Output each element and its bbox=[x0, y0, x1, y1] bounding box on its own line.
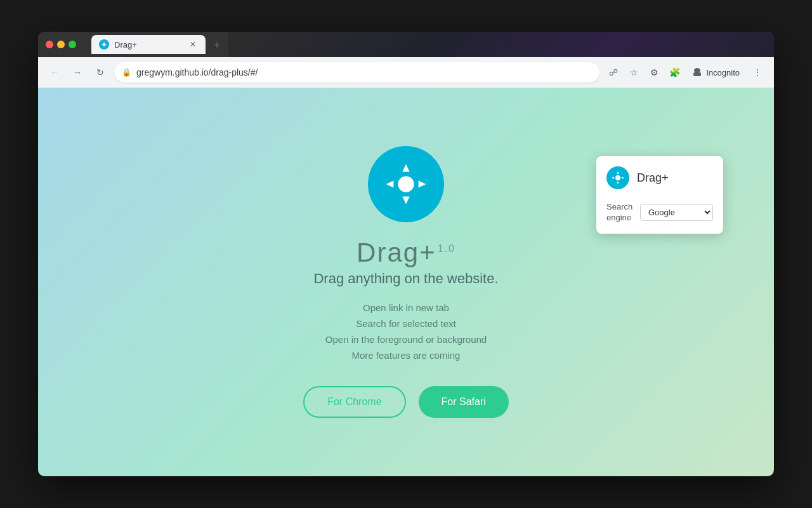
traffic-lights bbox=[46, 41, 76, 48]
bookmark-button[interactable]: ☆ bbox=[625, 64, 643, 81]
svg-marker-13 bbox=[617, 171, 619, 174]
buttons-row: For Chrome For Safari bbox=[303, 386, 509, 418]
menu-button[interactable]: ⋮ bbox=[749, 64, 766, 81]
svg-marker-2 bbox=[103, 46, 105, 48]
safari-button[interactable]: For Safari bbox=[419, 386, 509, 418]
url-text: gregwym.github.io/drag-plus/#/ bbox=[136, 67, 258, 77]
browser-window: Drag+ ✕ + ← → ↻ 🔒 gregwym.github.io/drag… bbox=[38, 32, 774, 476]
active-tab[interactable]: Drag+ ✕ bbox=[91, 35, 206, 54]
new-tab-button[interactable]: + bbox=[208, 36, 226, 54]
page-center: Drag+1.0 Drag anything on the website. O… bbox=[303, 146, 509, 418]
feature-4: More features are coming bbox=[352, 350, 461, 361]
svg-point-12 bbox=[615, 175, 620, 180]
svg-point-7 bbox=[398, 176, 414, 192]
svg-marker-16 bbox=[622, 177, 624, 179]
app-version: 1.0 bbox=[438, 243, 455, 254]
feature-3: Open in the foreground or background bbox=[325, 334, 487, 345]
svg-point-0 bbox=[103, 43, 105, 46]
app-icon bbox=[368, 146, 444, 222]
back-button[interactable]: ← bbox=[46, 64, 63, 81]
svg-marker-1 bbox=[103, 42, 105, 44]
svg-point-5 bbox=[694, 68, 700, 73]
svg-marker-8 bbox=[402, 164, 409, 172]
maximize-button[interactable] bbox=[69, 41, 76, 48]
extensions-button[interactable]: ⚙ bbox=[645, 64, 663, 81]
url-bar[interactable]: 🔒 gregwym.github.io/drag-plus/#/ bbox=[114, 62, 599, 83]
popup-setting: Search engine Google Bing DuckDuckGo bbox=[606, 202, 713, 224]
features-list: Open link in new tab Search for selected… bbox=[325, 302, 487, 361]
svg-marker-9 bbox=[402, 197, 409, 204]
svg-marker-4 bbox=[105, 44, 107, 45]
tagline: Drag anything on the website. bbox=[313, 271, 498, 287]
svg-marker-11 bbox=[419, 180, 426, 187]
tab-title: Drag+ bbox=[114, 40, 183, 50]
tab-favicon-icon bbox=[99, 39, 109, 50]
popup-icon bbox=[606, 166, 629, 189]
incognito-label: Incognito bbox=[706, 68, 740, 77]
close-button[interactable] bbox=[46, 41, 53, 48]
search-engine-label: Search engine bbox=[606, 202, 635, 224]
address-bar: ← → ↻ 🔒 gregwym.github.io/drag-plus/#/ ☍… bbox=[38, 57, 774, 88]
title-bar: Drag+ ✕ + bbox=[38, 32, 774, 57]
svg-marker-3 bbox=[102, 44, 103, 45]
page-content: Drag+1.0 Drag anything on the website. O… bbox=[38, 88, 774, 476]
puzzle-icon[interactable]: 🧩 bbox=[665, 64, 683, 81]
minimize-button[interactable] bbox=[57, 41, 65, 48]
reader-mode-button[interactable]: ☍ bbox=[605, 64, 622, 81]
tab-close-button[interactable]: ✕ bbox=[188, 39, 198, 50]
incognito-badge[interactable]: Incognito bbox=[686, 65, 746, 80]
svg-marker-10 bbox=[386, 180, 393, 187]
extension-popup: Drag+ Search engine Google Bing DuckDuck… bbox=[596, 156, 723, 234]
toolbar-right: ☍ ☆ ⚙ 🧩 Incognito ⋮ bbox=[605, 64, 766, 81]
lock-icon: 🔒 bbox=[122, 68, 131, 77]
popup-header: Drag+ bbox=[606, 166, 713, 189]
svg-marker-15 bbox=[612, 177, 614, 179]
feature-2: Search for selected text bbox=[356, 318, 456, 329]
feature-1: Open link in new tab bbox=[363, 302, 449, 313]
svg-rect-6 bbox=[693, 72, 701, 76]
forward-button[interactable]: → bbox=[69, 64, 86, 81]
app-title: Drag+1.0 bbox=[357, 237, 455, 268]
search-engine-select[interactable]: Google Bing DuckDuckGo bbox=[640, 204, 713, 221]
chrome-button[interactable]: For Chrome bbox=[303, 386, 405, 418]
reload-button[interactable]: ↻ bbox=[91, 64, 109, 81]
tab-bar: Drag+ ✕ + bbox=[91, 35, 766, 54]
popup-title: Drag+ bbox=[637, 171, 669, 185]
svg-marker-14 bbox=[617, 182, 619, 184]
